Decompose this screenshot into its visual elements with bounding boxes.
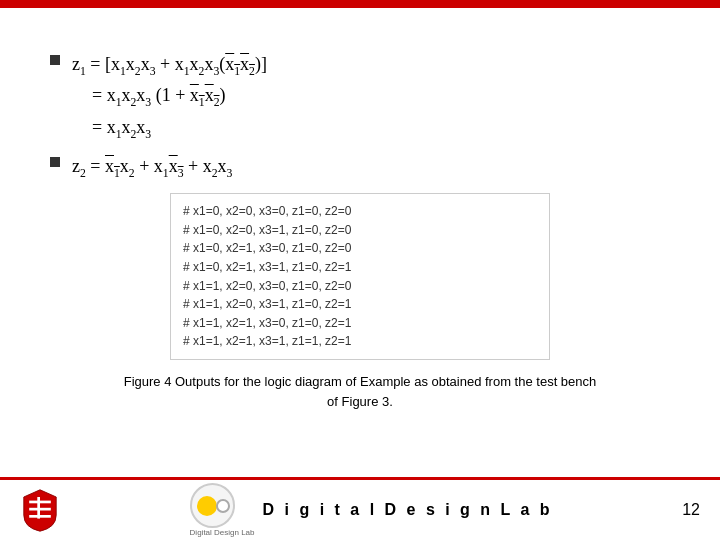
- math-line-1a: z1 = [x1x2x3 + x1x2x3(x1x2)]: [72, 50, 670, 81]
- circle-logo: [190, 483, 235, 528]
- bullet-content-1: z1 = [x1x2x3 + x1x2x3(x1x2)] = x1x2x3 (1…: [72, 50, 670, 144]
- bullet-content-2: z2 = x1x2 + x1x3 + x2x3: [72, 152, 670, 183]
- figure-caption-line2: of Figure 3.: [50, 392, 670, 412]
- table-row-3: # x1=0, x2=1, x3=0, z1=0, z2=0: [183, 239, 537, 258]
- table-row-8: # x1=1, x2=1, x3=1, z1=1, z2=1: [183, 332, 537, 351]
- bullet-item-2: z2 = x1x2 + x1x3 + x2x3: [50, 152, 670, 183]
- logo-small-text: Digital Design Lab: [190, 528, 255, 537]
- output-table: # x1=0, x2=0, x3=0, z1=0, z2=0 # x1=0, x…: [170, 193, 550, 360]
- bullet-square-1: [50, 55, 60, 65]
- table-row-1: # x1=0, x2=0, x3=0, z1=0, z2=0: [183, 202, 537, 221]
- bullet-item-1: z1 = [x1x2x3 + x1x2x3(x1x2)] = x1x2x3 (1…: [50, 50, 670, 144]
- table-row-7: # x1=1, x2=1, x3=0, z1=0, z2=1: [183, 314, 537, 333]
- bullet-square-2: [50, 157, 60, 167]
- page-number: 12: [682, 501, 700, 519]
- lab-name-text: D i g i t a l D e s i g n L a b: [263, 501, 553, 519]
- figure-caption-line1: Figure 4 Outputs for the logic diagram o…: [50, 372, 670, 392]
- table-row-6: # x1=1, x2=0, x3=1, z1=0, z2=1: [183, 295, 537, 314]
- center-logo-area: Digital Design Lab D i g i t a l D e s i…: [190, 483, 553, 537]
- math-line-1b: = x1x2x3 (1 + x1x2): [72, 81, 670, 112]
- svg-rect-3: [37, 497, 40, 519]
- footer: Digital Design Lab D i g i t a l D e s i…: [0, 480, 720, 540]
- main-content: z1 = [x1x2x3 + x1x2x3(x1x2)] = x1x2x3 (1…: [50, 50, 670, 470]
- math-line-1c: = x1x2x3: [72, 113, 670, 144]
- table-row-5: # x1=1, x2=0, x3=0, z1=0, z2=0: [183, 277, 537, 296]
- table-row-2: # x1=0, x2=0, x3=1, z1=0, z2=0: [183, 221, 537, 240]
- math-line-2a: z2 = x1x2 + x1x3 + x2x3: [72, 152, 670, 183]
- top-red-bar: [0, 0, 720, 8]
- figure-caption: Figure 4 Outputs for the logic diagram o…: [50, 372, 670, 411]
- table-row-4: # x1=0, x2=1, x3=1, z1=0, z2=1: [183, 258, 537, 277]
- harvard-shield-icon: [20, 488, 60, 533]
- circle-logo-inner: [197, 496, 217, 516]
